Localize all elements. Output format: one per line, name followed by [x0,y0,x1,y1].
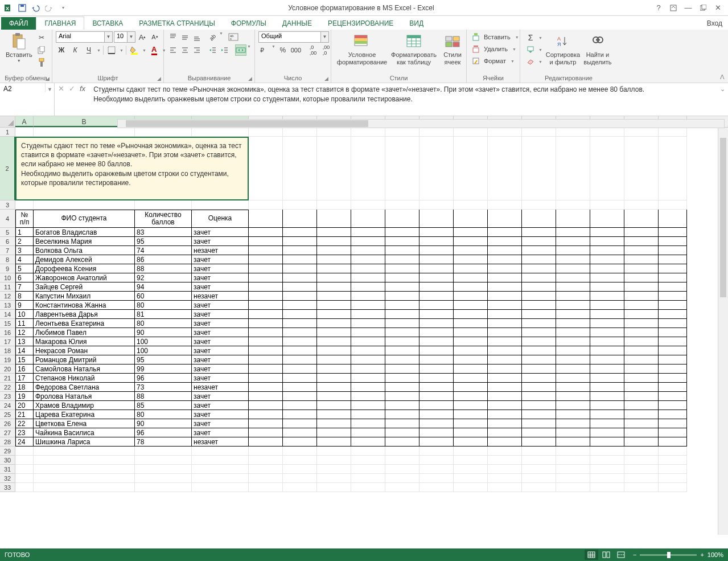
table-header[interactable]: № п/п [15,210,34,228]
cell[interactable] [317,237,351,246]
cell[interactable] [192,128,249,137]
cell[interactable] [283,264,317,273]
cell[interactable] [419,374,454,383]
table-cell[interactable]: незачет [192,437,249,447]
table-cell[interactable]: зачет [192,419,249,428]
cell[interactable] [590,383,624,392]
cell[interactable] [556,310,590,319]
table-cell[interactable]: 88 [135,264,192,273]
cell[interactable] [488,137,522,200]
decrease-indent-icon[interactable] [207,44,219,56]
cell[interactable] [522,401,556,410]
cell[interactable] [249,392,283,401]
cell[interactable] [283,483,317,492]
table-cell[interactable]: Константинова Жанна [34,301,135,310]
cell[interactable] [556,456,590,465]
cell[interactable] [556,237,590,246]
cell[interactable] [488,228,522,237]
conditional-formatting-button[interactable]: Условное форматирование [335,31,389,67]
cell[interactable] [454,447,488,456]
cell[interactable] [659,328,687,337]
table-cell[interactable]: 19 [15,392,34,401]
cell[interactable] [419,282,454,292]
cell[interactable] [34,483,135,492]
close-icon[interactable]: ✕ [712,2,723,14]
cell[interactable] [385,228,419,237]
cell[interactable] [590,246,624,255]
cell[interactable] [317,483,351,492]
cell[interactable] [249,292,283,301]
cell[interactable] [624,210,659,228]
clipboard-dialog-icon[interactable]: ◢ [46,76,50,81]
cell[interactable] [522,301,556,310]
cell[interactable] [385,210,419,228]
table-cell[interactable]: Волкова Ольга [34,246,135,255]
cell[interactable] [488,128,522,137]
cell[interactable] [15,447,34,456]
cell[interactable] [351,255,385,264]
table-cell[interactable]: 22 [15,419,34,428]
table-cell[interactable]: зачет [192,401,249,410]
cell[interactable] [590,210,624,228]
wrap-text-icon[interactable]: abc [228,31,239,43]
table-header[interactable]: Количество баллов [135,210,192,228]
cell[interactable] [488,410,522,419]
cell[interactable] [454,401,488,410]
cell[interactable] [556,319,590,328]
cell[interactable] [488,447,522,456]
cell[interactable] [659,319,687,328]
row-header[interactable]: 24 [0,401,15,410]
cell[interactable] [385,246,419,255]
cell[interactable] [590,483,624,492]
table-cell[interactable]: Цветкова Елена [34,419,135,428]
cell[interactable] [317,428,351,437]
cell[interactable] [283,282,317,292]
cell[interactable] [556,282,590,292]
cell[interactable] [522,319,556,328]
cell[interactable] [659,419,687,428]
table-cell[interactable]: зачет [192,301,249,310]
cell[interactable] [317,337,351,346]
cell[interactable] [249,401,283,410]
zoom-in-icon[interactable]: + [700,551,704,558]
table-cell[interactable]: 94 [135,282,192,292]
cell[interactable] [249,282,283,292]
cell[interactable] [590,410,624,419]
table-cell[interactable]: 99 [135,365,192,374]
cell[interactable] [317,200,351,210]
row-header[interactable]: 28 [0,437,15,447]
cell[interactable] [522,246,556,255]
accounting-format-icon[interactable]: ₽ [258,44,270,56]
cell[interactable] [454,210,488,228]
cell[interactable] [317,255,351,264]
cell[interactable] [283,428,317,437]
align-center-icon[interactable] [179,44,191,56]
select-all-button[interactable] [0,116,15,127]
ribbon-tab-разметка страницы[interactable]: РАЗМЕТКА СТРАНИЦЫ [131,17,223,30]
cell[interactable] [351,301,385,310]
underline-button[interactable]: Ч [83,44,94,56]
cell[interactable] [488,292,522,301]
zoom-slider[interactable] [640,554,697,556]
cell[interactable] [488,246,522,255]
cell[interactable] [659,365,687,374]
table-cell[interactable]: 15 [15,355,34,365]
cell[interactable] [283,237,317,246]
cell[interactable] [522,410,556,419]
cell[interactable] [590,392,624,401]
table-cell[interactable]: 9 [15,301,34,310]
cell[interactable] [590,255,624,264]
row-header[interactable]: 6 [0,237,15,246]
cell[interactable] [556,128,590,137]
cell[interactable] [522,456,556,465]
cell[interactable] [249,319,283,328]
cell[interactable] [351,383,385,392]
cell[interactable] [385,447,419,456]
cell[interactable] [249,264,283,273]
cell[interactable] [590,301,624,310]
excel-icon[interactable]: X [2,2,15,14]
page-break-view-icon[interactable] [614,550,628,560]
table-cell[interactable]: 8 [15,292,34,301]
cell[interactable] [385,437,419,447]
cell[interactable] [249,456,283,465]
